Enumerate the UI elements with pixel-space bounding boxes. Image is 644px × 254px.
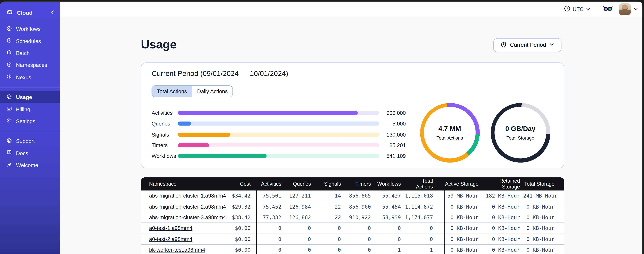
sidebar-item-label: Settings	[16, 118, 35, 124]
sidebar-item-namespaces[interactable]: Namespaces	[0, 59, 60, 71]
temporal-cloud-logo-icon	[6, 8, 13, 17]
column-header-total-actions: Total Actions	[405, 178, 444, 190]
table-row: a0-test-2.a98mm4$0.000000000 KB-Hour0 KB…	[141, 234, 564, 245]
sidebar-item-schedules[interactable]: Schedules	[0, 35, 60, 47]
cell-active-storage: 0 KB-Hour	[444, 225, 482, 232]
cell-cost: $34.42	[215, 193, 256, 199]
nexus-asterisk-icon	[6, 74, 12, 81]
glasses-icon	[603, 5, 613, 13]
cell-total-actions: 1,114,872	[405, 204, 444, 210]
sidebar-item-nexus[interactable]: Nexus	[0, 71, 60, 83]
column-header-retained-storage: Retained Storage	[482, 178, 523, 190]
account-menu[interactable]	[619, 3, 638, 15]
cell-activities: 0	[256, 236, 286, 242]
bar-fill	[178, 132, 230, 137]
bar-row: Queries 5,000	[141, 118, 412, 129]
cell-queries: 0	[286, 247, 315, 253]
cell-signals: 0	[315, 236, 345, 242]
column-header-signals: Signals	[315, 181, 345, 187]
cell-cost: $0.00	[215, 225, 256, 232]
cell-activities: 0	[256, 247, 286, 253]
namespace-link[interactable]: a0-test-1.a98mm4	[141, 225, 215, 232]
bar-value: 130,000	[356, 132, 406, 138]
cell-active-storage: 59 MB-Hour	[444, 193, 482, 199]
bar-value: 900,000	[356, 110, 406, 116]
cell-active-storage: 0 KB-Hour	[444, 236, 482, 242]
period-selector-button[interactable]: Current Period	[493, 38, 562, 52]
cell-signals: 22	[315, 214, 345, 220]
billing-card-icon	[6, 106, 12, 113]
namespace-usage-table: NamespaceCostActivitiesQueriesSignalsTim…	[141, 178, 564, 254]
avatar	[619, 3, 631, 15]
cell-signals: 0	[315, 225, 345, 232]
bar-track	[178, 143, 379, 148]
cell-retained-storage: 0 KB-Hour	[482, 214, 523, 220]
column-header-namespace: Namespace	[141, 181, 215, 187]
settings-gear-icon	[6, 118, 12, 125]
chevron-down-icon	[633, 6, 638, 13]
collapse-sidebar-icon[interactable]	[50, 9, 55, 16]
cell-cost: $29.32	[215, 204, 256, 210]
app-window: UTC	[0, 2, 642, 254]
bar-category-label: Activities	[152, 110, 173, 116]
cell-total-actions: 0	[405, 236, 444, 242]
bar-row: Signals 130,000	[141, 129, 412, 140]
namespace-link[interactable]: bk-worker-test.a98mm4	[141, 247, 215, 253]
cell-timers: 910,922	[345, 214, 375, 220]
bar-track	[178, 122, 379, 126]
sidebar-item-billing[interactable]: Billing	[0, 103, 60, 115]
cell-queries: 126,862	[286, 214, 315, 220]
cell-total-storage: 241 MB-Hour	[523, 193, 564, 199]
cell-timers: 0	[345, 236, 375, 242]
sidebar-item-batch[interactable]: Batch	[0, 47, 60, 59]
column-header-active-storage: Active Storage	[444, 181, 482, 187]
sidebar-item-usage[interactable]: Usage	[0, 91, 60, 103]
table-row: abs-migration-cluster-3.a98mm4$38.4277,3…	[141, 212, 564, 223]
bar-row: Timers 85,201	[141, 140, 412, 150]
cell-timers: 0	[345, 247, 375, 253]
card-title: Current Period (09/01/2024 — 10/01/2024)	[152, 69, 288, 78]
cell-workflows: 55,454	[375, 204, 405, 210]
sidebar-item-welcome[interactable]: Welcome	[0, 159, 60, 171]
sidebar-item-support[interactable]: Support	[0, 135, 60, 147]
usage-table-body: abs-migration-cluster-1.a98mm4$34.4275,5…	[141, 190, 564, 254]
chevron-down-icon	[586, 6, 590, 13]
column-header-cost: Cost	[215, 181, 256, 187]
bar-fill	[178, 122, 191, 126]
sidebar-item-label: Namespaces	[16, 62, 47, 68]
namespace-link[interactable]: abs-migration-cluster-1.a98mm4	[141, 193, 215, 199]
sidebar-item-settings[interactable]: Settings	[0, 115, 60, 127]
schedules-clock-icon	[6, 37, 12, 45]
tab-daily-actions[interactable]: Daily Actions	[192, 86, 233, 97]
welcome-rocket-icon	[6, 162, 12, 169]
feedback-glasses-button[interactable]	[603, 5, 613, 13]
cell-cost: $0.00	[215, 247, 256, 253]
namespace-link[interactable]: abs-migration-cluster-2.a98mm4	[141, 204, 215, 210]
column-header-workflows: Workflows	[375, 181, 405, 187]
column-header-total-storage: Total Storage	[523, 181, 564, 187]
cell-timers: 856,865	[345, 193, 375, 199]
namespace-link[interactable]: a0-test-2.a98mm4	[141, 236, 215, 242]
namespace-link[interactable]: abs-migration-cluster-3.a98mm4	[141, 214, 215, 220]
cell-queries: 0	[286, 225, 315, 232]
sidebar-item-docs[interactable]: Docs	[0, 147, 60, 159]
total-storage-donut: 0 GB/Day Total Storage	[491, 103, 550, 162]
bar-track	[178, 154, 379, 158]
timezone-selector[interactable]: UTC	[564, 5, 591, 14]
column-header-queries: Queries	[286, 181, 315, 187]
tab-total-actions[interactable]: Total Actions	[152, 86, 192, 97]
sidebar-divider	[0, 131, 60, 131]
bar-track	[178, 111, 379, 115]
cell-total-actions: 1,174,077	[405, 214, 444, 220]
bar-category-label: Signals	[152, 132, 169, 138]
cell-retained-storage: 0 KB-Hour	[482, 204, 523, 210]
donut-caption: Total Actions	[436, 136, 463, 140]
cell-signals: 22	[315, 204, 345, 210]
sidebar-item-label: Usage	[16, 94, 32, 100]
table-row: abs-migration-cluster-2.a98mm4$29.3275,4…	[141, 202, 564, 212]
timezone-label: UTC	[572, 6, 584, 12]
cell-queries: 126,984	[286, 204, 315, 210]
donut-value: 0 GB/Day	[506, 125, 536, 133]
brand-label: Cloud	[17, 10, 50, 16]
sidebar-item-workflows[interactable]: Workflows	[0, 23, 60, 35]
